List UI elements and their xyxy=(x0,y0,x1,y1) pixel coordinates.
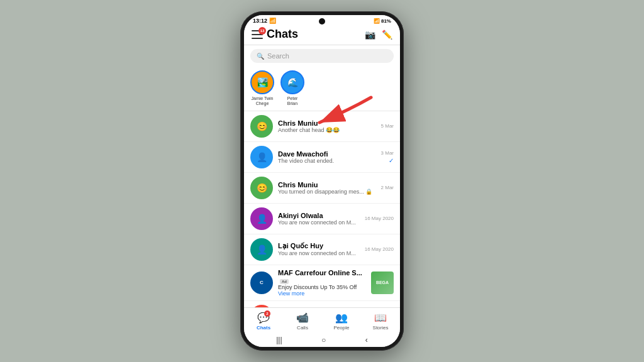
nav-item-chats[interactable]: 2 💬 Chats xyxy=(244,312,283,331)
wifi-icon: 📶 xyxy=(374,18,380,24)
chat-avatar-6: 👤 xyxy=(250,305,273,307)
chat-name-2: Chris Muniu xyxy=(278,181,376,189)
nav-icon-stories: 📖 xyxy=(374,312,387,324)
chat-avatar-4: 👤 xyxy=(250,238,273,261)
status-left: 13:12 📶 xyxy=(253,18,276,24)
chat-item-3[interactable]: 👤 Akinyi Olwala You are now connected on… xyxy=(244,204,400,234)
chat-time-3: 16 May 2020 xyxy=(365,216,394,221)
gesture-recents[interactable]: ‹ xyxy=(365,336,368,344)
chat-preview-3: You are now connected on M... xyxy=(278,219,360,226)
phone-screen: 13:12 📶 📶 81% 13 Chats 📷 ✏️ xyxy=(244,15,400,347)
chat-name-3: Akinyi Olwala xyxy=(278,212,360,219)
chat-preview-1: The video chat ended. xyxy=(278,158,376,164)
chat-preview-0: Another chat head 😂😂 xyxy=(278,127,376,133)
chat-item-4[interactable]: 👤 Lại Quốc Huy You are now connected on … xyxy=(244,234,400,265)
stories-row: 🏞️ Jamie TwinChege 🌊 PeterBrian xyxy=(244,67,400,111)
chat-time-1: 3 Mar xyxy=(381,150,394,156)
nav-icon-people: 👥 xyxy=(335,312,348,324)
nav-label-people: People xyxy=(334,325,350,331)
chat-meta-0: 5 Mar xyxy=(381,123,394,129)
chat-meta-1: 3 Mar ✓ xyxy=(381,150,394,164)
nav-item-people[interactable]: 👥 People xyxy=(322,312,361,331)
chat-item-6[interactable]: 👤 Josephine Ndegwa xyxy=(244,301,400,307)
chat-preview-2: You turned on disappearing mes... 🔒 xyxy=(278,189,376,195)
gesture-back[interactable]: ||| xyxy=(276,336,282,344)
chat-name-1: Dave Mwachofi xyxy=(278,150,376,158)
chat-content-0: Chris Muniu Another chat head 😂😂 xyxy=(278,119,376,133)
chat-item-1[interactable]: 👤 Dave Mwachofi The video chat ended. 3 … xyxy=(244,142,400,173)
chat-time-0: 5 Mar xyxy=(381,123,394,129)
status-time: 13:12 xyxy=(253,18,267,24)
chat-meta-3: 16 May 2020 xyxy=(365,216,394,221)
notification-badge: 13 xyxy=(258,27,266,35)
story-name-1: PeterBrian xyxy=(287,96,298,107)
chat-content-3: Akinyi Olwala You are now connected on M… xyxy=(278,212,360,226)
battery-text: 81% xyxy=(381,18,391,24)
nav-item-calls[interactable]: 📹 Calls xyxy=(283,312,322,331)
chat-avatar-5: C xyxy=(250,272,273,294)
nav-item-stories[interactable]: 📖 Stories xyxy=(361,312,400,331)
nav-icon-calls: 📹 xyxy=(296,312,309,324)
gesture-home[interactable]: ○ xyxy=(321,336,326,344)
chat-name-5: MAF Carrefour Online S... Ad xyxy=(278,269,366,284)
chat-avatar-1: 👤 xyxy=(250,146,273,168)
nav-badge-chats: 2 xyxy=(264,310,270,317)
chat-content-1: Dave Mwachofi The video chat ended. xyxy=(278,150,376,164)
camera-cutout xyxy=(319,18,325,25)
search-inner[interactable]: 🔍 Search xyxy=(250,49,394,63)
ad-image: BEGA xyxy=(371,272,394,294)
status-right: 📶 81% xyxy=(374,18,391,24)
chat-preview-4: You are now connected on M... xyxy=(278,250,360,256)
ad-badge: Ad xyxy=(280,279,289,284)
app-header: 13 Chats 📷 ✏️ xyxy=(244,25,400,45)
search-icon: 🔍 xyxy=(257,53,264,60)
nav-label-chats: Chats xyxy=(257,325,270,331)
read-icon-1: ✓ xyxy=(389,157,394,164)
gesture-bar: ||| ○ ‹ xyxy=(244,333,400,347)
header-icons: 📷 ✏️ xyxy=(365,30,392,40)
search-placeholder: Search xyxy=(267,52,289,60)
chat-time-4: 16 May 2020 xyxy=(365,246,394,252)
chat-name-4: Lại Quốc Huy xyxy=(278,242,360,250)
search-bar[interactable]: 🔍 Search xyxy=(244,45,400,67)
chat-list: 😊 Chris Muniu Another chat head 😂😂 5 Mar… xyxy=(244,111,400,307)
signal-icon: 📶 xyxy=(269,18,276,24)
nav-label-calls: Calls xyxy=(297,325,308,331)
chat-time-2: 2 Mar xyxy=(381,185,394,190)
chat-meta-4: 16 May 2020 xyxy=(365,246,394,252)
phone-device: 13:12 📶 📶 81% 13 Chats 📷 ✏️ xyxy=(240,11,404,351)
chat-avatar-3: 👤 xyxy=(250,207,273,230)
chat-meta-2: 2 Mar xyxy=(381,185,394,190)
chat-avatar-2: 😊 xyxy=(250,177,273,199)
chat-content-2: Chris Muniu You turned on disappearing m… xyxy=(278,181,376,195)
menu-badge-wrap[interactable]: 13 xyxy=(252,30,263,39)
story-item-0[interactable]: 🏞️ Jamie TwinChege xyxy=(250,70,274,107)
story-avatar-1: 🌊 xyxy=(280,70,304,94)
story-avatar-0: 🏞️ xyxy=(250,70,274,94)
chat-item-0[interactable]: 😊 Chris Muniu Another chat head 😂😂 5 Mar xyxy=(244,111,400,142)
chat-name-0: Chris Muniu xyxy=(278,119,376,127)
view-more-link[interactable]: View more xyxy=(278,290,366,297)
nav-label-stories: Stories xyxy=(373,325,389,331)
story-name-0: Jamie TwinChege xyxy=(252,96,274,107)
camera-icon[interactable]: 📷 xyxy=(365,30,375,40)
chat-avatar-0: 😊 xyxy=(250,115,273,138)
chat-item-5[interactable]: C MAF Carrefour Online S... Ad Enjoy Dis… xyxy=(244,265,400,301)
story-item-1[interactable]: 🌊 PeterBrian xyxy=(280,70,304,107)
bottom-nav: 2 💬 Chats 📹 Calls 👥 People 📖 Stories xyxy=(244,307,400,333)
chat-content-4: Lại Quốc Huy You are now connected on M.… xyxy=(278,242,360,256)
chat-item-2[interactable]: 😊 Chris Muniu You turned on disappearing… xyxy=(244,173,400,204)
edit-icon[interactable]: ✏️ xyxy=(382,30,392,40)
chat-preview-5: Enjoy Discounts Up To 35% Off xyxy=(278,284,366,290)
chat-content-5: MAF Carrefour Online S... Ad Enjoy Disco… xyxy=(278,269,366,297)
app-title: Chats xyxy=(267,28,365,41)
